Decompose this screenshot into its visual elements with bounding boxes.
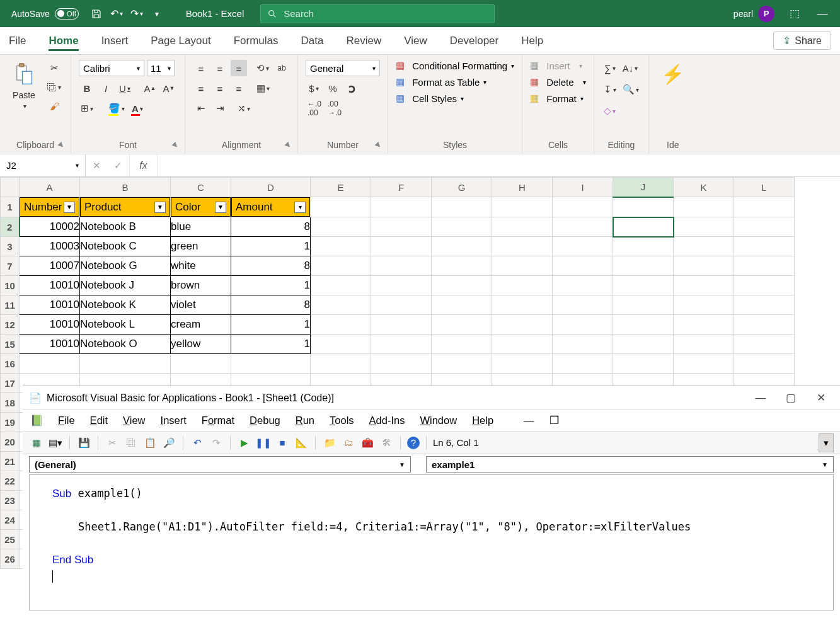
clear-button[interactable]: ◇▾	[602, 103, 618, 119]
cell[interactable]	[734, 354, 795, 374]
cell[interactable]: 10010	[20, 295, 80, 315]
vba-paste-icon[interactable]: 📋	[142, 435, 158, 450]
font-color-button[interactable]: A▾	[129, 100, 146, 117]
cell[interactable]	[492, 335, 553, 354]
cell[interactable]	[311, 256, 371, 276]
wrap-text-button[interactable]: ab	[273, 60, 290, 76]
col-header-F[interactable]: F	[371, 178, 432, 197]
row-header-24[interactable]: 24	[1, 510, 20, 530]
enter-formula-icon[interactable]: ✓	[114, 160, 122, 171]
select-all-corner[interactable]	[1, 178, 20, 197]
vba-menu-addins[interactable]: Add-Ins	[369, 415, 405, 427]
align-left-button[interactable]: ≡	[193, 80, 209, 96]
ribbon-display-icon[interactable]: ⬚	[782, 7, 807, 20]
vba-child-min-icon[interactable]: —	[524, 415, 534, 427]
row-header-1[interactable]: 1	[1, 197, 20, 217]
cell[interactable]	[311, 237, 371, 256]
cell[interactable]	[734, 276, 795, 295]
cell[interactable]: 10002	[20, 217, 80, 237]
cell[interactable]	[371, 354, 432, 374]
vba-procedure-combo[interactable]: example1▼	[426, 456, 834, 472]
cell[interactable]	[432, 354, 492, 374]
vba-save-icon[interactable]: 💾	[76, 435, 91, 450]
merge-button[interactable]: ▦▾	[255, 80, 272, 96]
autosum-button[interactable]: ∑▾	[602, 60, 618, 76]
cell[interactable]: Notebook C	[80, 237, 171, 256]
borders-button[interactable]: ⊞▾	[79, 100, 95, 117]
fill-button[interactable]: ↧▾	[602, 81, 618, 98]
undo-icon[interactable]: ↶▾	[108, 5, 125, 23]
comma-button[interactable]: ͻ	[343, 80, 360, 96]
vba-tb-overflow-icon[interactable]: ▾	[819, 433, 834, 452]
cell[interactable]	[371, 295, 432, 315]
cell[interactable]: Notebook B	[80, 217, 171, 237]
align-top-button[interactable]: ≡	[193, 60, 209, 76]
cell[interactable]	[674, 237, 734, 256]
row-header-2[interactable]: 2	[1, 217, 20, 237]
currency-button[interactable]: $▾	[306, 80, 322, 96]
cell[interactable]	[432, 197, 492, 217]
cell[interactable]	[674, 354, 734, 374]
cell[interactable]	[674, 197, 734, 217]
filter-icon[interactable]: ▾	[294, 202, 306, 213]
cell[interactable]	[492, 197, 553, 217]
vba-break-icon[interactable]: ❚❚	[256, 435, 271, 450]
row-header-21[interactable]: 21	[1, 452, 20, 471]
cell[interactable]	[674, 276, 734, 295]
formula-input[interactable]	[158, 154, 840, 176]
cell[interactable]	[553, 315, 613, 335]
insert-cells-button[interactable]: ▦ Insert ▾	[530, 60, 582, 71]
cell[interactable]: 1	[231, 237, 311, 256]
align-middle-button[interactable]: ≡	[212, 60, 228, 76]
col-header-E[interactable]: E	[311, 178, 371, 197]
vba-minimize-icon[interactable]: —	[748, 392, 773, 404]
cell[interactable]: yellow	[171, 335, 231, 354]
save-icon[interactable]	[88, 5, 105, 23]
cell[interactable]	[674, 315, 734, 335]
col-header-H[interactable]: H	[492, 178, 553, 197]
decrease-indent-button[interactable]: ⇤	[193, 100, 209, 117]
tab-insert[interactable]: Insert	[101, 31, 129, 51]
cell[interactable]	[371, 217, 432, 237]
row-header-3[interactable]: 3	[1, 237, 20, 256]
cell[interactable]	[492, 217, 553, 237]
cell[interactable]	[492, 276, 553, 295]
cell[interactable]	[432, 256, 492, 276]
vba-menu-edit[interactable]: Edit	[90, 415, 108, 427]
filter-icon[interactable]: ▼	[154, 202, 166, 213]
cell[interactable]: Notebook K	[80, 295, 171, 315]
col-header-A[interactable]: A	[20, 178, 80, 197]
row-header-19[interactable]: 19	[1, 413, 20, 432]
cell[interactable]	[371, 197, 432, 217]
percent-button[interactable]: %	[325, 80, 341, 96]
cell[interactable]: 10003	[20, 237, 80, 256]
col-header-C[interactable]: C	[171, 178, 231, 197]
vba-insert-module-icon[interactable]: ▤▾	[48, 435, 63, 450]
vba-child-restore-icon[interactable]: ❐	[549, 415, 559, 427]
cell[interactable]: 1	[231, 335, 311, 354]
vba-cut-icon[interactable]: ✂	[105, 435, 120, 450]
align-bottom-button[interactable]: ≡	[231, 60, 247, 76]
cell[interactable]	[553, 197, 613, 217]
filter-icon[interactable]: ▼	[215, 202, 226, 213]
cell[interactable]	[171, 354, 231, 374]
vba-view-excel-icon[interactable]: ▦	[29, 435, 44, 450]
cell[interactable]	[311, 315, 371, 335]
col-header-L[interactable]: L	[734, 178, 795, 197]
row-header-25[interactable]: 25	[1, 530, 20, 549]
cell[interactable]	[371, 276, 432, 295]
vba-copy-icon[interactable]: ⿻	[124, 435, 139, 450]
format-painter-button[interactable]: 🖌	[45, 98, 63, 114]
cell[interactable]	[371, 335, 432, 354]
tab-page-layout[interactable]: Page Layout	[151, 31, 210, 51]
row-header-10[interactable]: 10	[1, 276, 20, 295]
increase-decimal-button[interactable]: ←.0.00	[306, 100, 323, 117]
cancel-formula-icon[interactable]: ✕	[93, 160, 101, 171]
cell[interactable]	[553, 295, 613, 315]
vba-menu-run[interactable]: Run	[296, 415, 314, 427]
row-header-26[interactable]: 26	[1, 549, 20, 569]
cell[interactable]	[311, 354, 371, 374]
cell[interactable]	[613, 276, 674, 295]
vba-menu-help[interactable]: Help	[472, 415, 493, 427]
col-header-K[interactable]: K	[674, 178, 734, 197]
